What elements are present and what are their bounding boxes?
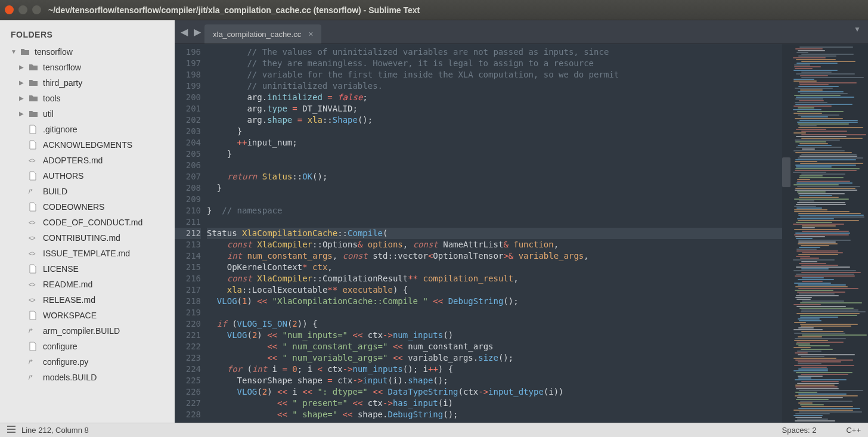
indent-setting[interactable]: Spaces: 2 <box>782 426 817 435</box>
line-gutter[interactable]: 1961971981992002012022032042052062072082… <box>175 44 207 423</box>
svg-text:<>: <> <box>29 297 36 303</box>
tree-file-label: CODE_OF_CONDUCT.md <box>43 216 142 228</box>
tree-file-label: .gitignore <box>43 123 78 135</box>
cursor-position[interactable]: Line 212, Column 8 <box>21 426 89 435</box>
window-maximize-button[interactable] <box>32 5 41 14</box>
file-icon <box>29 202 39 212</box>
tab-active[interactable]: xla_compilation_cache.cc × <box>204 24 321 44</box>
tree-file-label: models.BUILD <box>43 371 97 383</box>
file-icon <box>29 171 39 181</box>
file-icon: /* <box>29 187 39 196</box>
folder-icon <box>20 48 31 56</box>
chevron-right-icon: ▶ <box>19 108 26 120</box>
file-icon <box>29 311 39 320</box>
file-icon: /* <box>29 327 39 335</box>
code-editor[interactable]: // The values of uninitialized variables… <box>207 44 790 423</box>
folder-icon <box>29 79 39 87</box>
tree-folder-label: third_party <box>43 77 82 89</box>
tab-menu-icon[interactable]: ▼ <box>854 25 861 33</box>
tree-file[interactable]: /*BUILD <box>0 184 175 199</box>
chevron-right-icon: ▶ <box>19 61 26 73</box>
sidebar: FOLDERS ▼ tensorflow ▶tensorflow▶third_p… <box>0 20 175 423</box>
svg-text:/*: /* <box>29 374 33 381</box>
tree-file-label: ACKNOWLEDGMENTS <box>43 139 132 151</box>
tree-file[interactable]: /*models.BUILD <box>0 370 175 385</box>
tree-file-label: configure.py <box>43 356 88 368</box>
file-icon <box>29 140 39 150</box>
tree-file-label: WORKSPACE <box>43 309 97 321</box>
tree-file[interactable]: <>CODE_OF_CONDUCT.md <box>0 215 175 230</box>
tree-folder[interactable]: ▶third_party <box>0 75 175 91</box>
file-icon: <> <box>29 280 39 289</box>
chevron-right-icon: ▶ <box>19 92 26 104</box>
tree-file[interactable]: LICENSE <box>0 261 175 277</box>
tree-folder[interactable]: ▶tensorflow <box>0 60 175 75</box>
tree-file[interactable]: <>ISSUE_TEMPLATE.md <box>0 246 175 261</box>
tree-file[interactable]: <>RELEASE.md <box>0 292 175 308</box>
file-icon: <> <box>29 249 39 258</box>
file-icon: <> <box>29 296 39 304</box>
tree-file[interactable]: WORKSPACE <box>0 308 175 323</box>
tree-file[interactable]: <>CONTRIBUTING.md <box>0 230 175 246</box>
tree-file-label: LICENSE <box>43 263 79 275</box>
titlebar: ~/dev/tensorflow/tensorflow/compiler/jit… <box>0 0 868 20</box>
tree-folder[interactable]: ▶util <box>0 106 175 122</box>
svg-text:/*: /* <box>29 328 33 334</box>
tree-root[interactable]: ▼ tensorflow <box>0 44 175 60</box>
svg-text:<>: <> <box>29 250 36 257</box>
scrollbar-vertical[interactable] <box>782 44 790 423</box>
svg-text:/*: /* <box>29 188 33 195</box>
statusbar: Line 212, Column 8 Spaces: 2 C++ <box>0 423 868 437</box>
tree-file[interactable]: AUTHORS <box>0 168 175 184</box>
window-close-button[interactable] <box>5 5 14 14</box>
nav-fwd-icon[interactable]: ▶ <box>194 26 201 38</box>
svg-text:<>: <> <box>29 219 36 226</box>
tree-file-label: CODEOWNERS <box>43 201 104 213</box>
tree-file-label: AUTHORS <box>43 170 83 182</box>
tab-bar: ◀ ▶ xla_compilation_cache.cc × ▼ <box>175 20 868 44</box>
tree-file[interactable]: <>ADOPTERS.md <box>0 153 175 168</box>
window-minimize-button[interactable] <box>18 5 27 14</box>
tree-file[interactable]: <>README.md <box>0 277 175 292</box>
svg-text:<>: <> <box>29 235 36 241</box>
svg-rect-11 <box>7 429 16 430</box>
tree-file-label: BUILD <box>43 185 67 197</box>
svg-rect-10 <box>7 426 16 427</box>
folder-icon <box>29 110 39 118</box>
tree-file[interactable]: ACKNOWLEDGMENTS <box>0 137 175 153</box>
svg-text:<>: <> <box>29 157 36 164</box>
svg-text:<>: <> <box>29 281 36 288</box>
tree-file[interactable]: /*configure.py <box>0 354 175 370</box>
tree-file[interactable]: .gitignore <box>0 122 175 137</box>
file-icon <box>29 125 39 134</box>
file-icon <box>29 342 39 351</box>
tree-file-label: ISSUE_TEMPLATE.md <box>43 247 130 259</box>
folder-icon <box>29 94 39 103</box>
tree-file[interactable]: /*arm_compiler.BUILD <box>0 323 175 339</box>
tree-folder[interactable]: ▶tools <box>0 91 175 106</box>
tab-label: xla_compilation_cache.cc <box>213 30 301 39</box>
tree-file-label: ADOPTERS.md <box>43 154 103 166</box>
tree-file-label: arm_compiler.BUILD <box>43 325 120 337</box>
syntax-setting[interactable]: C++ <box>846 426 861 435</box>
tree-file-label: README.md <box>43 278 92 290</box>
minimap[interactable] <box>790 44 868 423</box>
file-icon <box>29 264 39 274</box>
tab-close-icon[interactable]: × <box>308 29 313 39</box>
scrollbar-thumb[interactable] <box>782 157 790 187</box>
file-icon: <> <box>29 234 39 242</box>
chevron-right-icon: ▶ <box>19 77 26 89</box>
menu-icon[interactable] <box>7 426 16 435</box>
tree-root-label: tensorflow <box>35 46 73 58</box>
tree-file[interactable]: CODEOWNERS <box>0 199 175 215</box>
svg-rect-12 <box>7 432 16 433</box>
editor-area: ◀ ▶ xla_compilation_cache.cc × ▼ 1961971… <box>175 20 868 423</box>
tree-file[interactable]: configure <box>0 339 175 354</box>
file-icon: <> <box>29 218 39 227</box>
file-icon: <> <box>29 156 39 165</box>
tree-folder-label: util <box>43 108 54 120</box>
tree-file-label: RELEASE.md <box>43 294 95 306</box>
nav-back-icon[interactable]: ◀ <box>181 26 188 38</box>
tree-file-label: CONTRIBUTING.md <box>43 232 120 244</box>
file-icon: /* <box>29 373 39 382</box>
